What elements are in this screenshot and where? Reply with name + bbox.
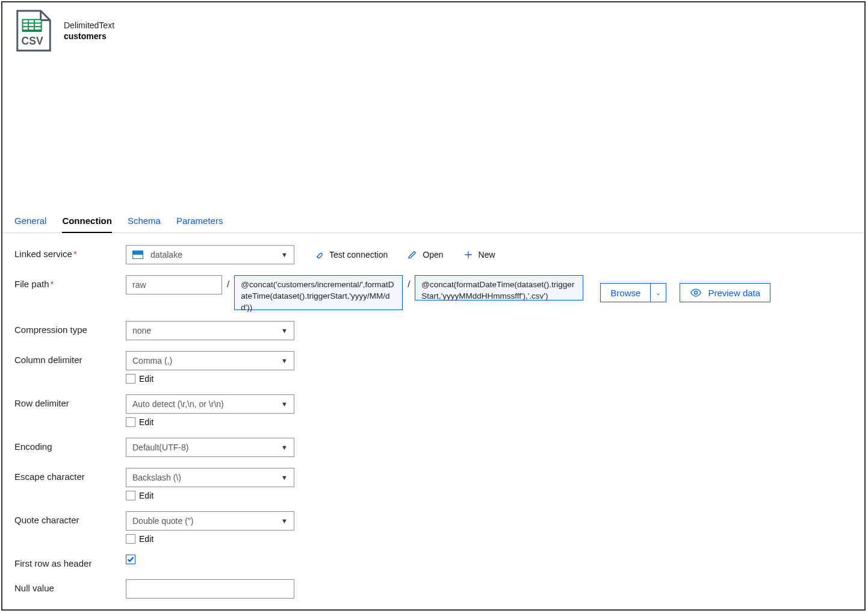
tab-general[interactable]: General	[14, 210, 46, 232]
dataset-type: DelimitedText	[64, 20, 114, 30]
edit-label: Edit	[139, 374, 153, 384]
svg-rect-8	[29, 27, 34, 30]
edit-label: Edit	[139, 491, 153, 500]
dataset-header: CSV DelimitedText customers	[2, 2, 864, 59]
pencil-icon	[407, 249, 418, 260]
escape-character-label: Escape character	[14, 468, 126, 482]
column-delimiter-select[interactable]: Comma (,) ▼	[126, 351, 294, 370]
first-row-header-checkbox[interactable]	[126, 555, 135, 564]
null-value-label: Null value	[14, 579, 126, 593]
svg-rect-4	[23, 23, 28, 26]
chevron-down-icon: ▼	[281, 357, 288, 364]
row-delimiter-select[interactable]: Auto detect (\r,\n, or \r\n) ▼	[126, 394, 294, 414]
dataset-name: customers	[64, 31, 114, 41]
file-path-directory-expression[interactable]: @concat('customers/incremental/',formatD…	[234, 275, 403, 310]
quote-character-label: Quote character	[14, 511, 126, 525]
svg-point-11	[695, 291, 698, 294]
column-delimiter-edit-checkbox[interactable]	[126, 374, 135, 384]
tab-parameters[interactable]: Parameters	[176, 210, 223, 232]
chevron-down-icon: ⌄	[656, 289, 661, 297]
browse-split-button: Browse ⌄	[600, 283, 666, 302]
plug-icon	[314, 249, 324, 260]
browse-dropdown-button[interactable]: ⌄	[650, 283, 666, 302]
tab-schema[interactable]: Schema	[128, 210, 161, 232]
row-delimiter-label: Row delimiter	[14, 394, 126, 408]
svg-rect-9	[35, 27, 41, 30]
column-delimiter-label: Column delimiter	[14, 351, 126, 365]
browse-button[interactable]: Browse	[600, 283, 650, 302]
linked-service-select[interactable]: datalake ▼	[126, 245, 294, 264]
encoding-select[interactable]: Default(UTF-8) ▼	[126, 438, 294, 457]
preview-icon	[690, 288, 702, 297]
chevron-down-icon: ▼	[281, 400, 288, 408]
tab-connection[interactable]: Connection	[62, 210, 112, 233]
svg-rect-7	[23, 27, 28, 30]
escape-character-edit-checkbox[interactable]	[126, 491, 135, 500]
csv-file-icon: CSV	[14, 10, 53, 52]
chevron-down-icon: ▼	[281, 444, 288, 451]
file-path-label: File path*	[14, 275, 126, 289]
file-path-file-expression[interactable]: @concat(formatDateTime(dataset().trigger…	[415, 275, 583, 300]
svg-rect-2	[29, 20, 34, 23]
chevron-down-icon: ▼	[281, 474, 288, 481]
encoding-label: Encoding	[14, 438, 126, 452]
svg-rect-6	[35, 23, 41, 26]
edit-label: Edit	[139, 417, 153, 427]
null-value-input[interactable]	[126, 579, 294, 599]
chevron-down-icon: ▼	[281, 517, 288, 524]
first-row-header-label: First row as header	[14, 555, 126, 568]
test-connection-button[interactable]: Test connection	[314, 249, 388, 260]
row-delimiter-edit-checkbox[interactable]	[126, 417, 135, 427]
linked-service-label: Linked service*	[14, 245, 126, 259]
svg-rect-3	[35, 20, 41, 23]
compression-type-select[interactable]: none ▼	[126, 321, 294, 340]
svg-rect-1	[23, 20, 28, 23]
new-button[interactable]: New	[463, 249, 495, 260]
open-button[interactable]: Open	[407, 249, 443, 260]
quote-character-edit-checkbox[interactable]	[126, 534, 135, 544]
svg-rect-5	[29, 23, 34, 26]
chevron-down-icon: ▼	[281, 327, 288, 334]
storage-icon	[132, 250, 143, 259]
quote-character-select[interactable]: Double quote (") ▼	[126, 511, 294, 531]
chevron-down-icon: ▼	[281, 251, 288, 258]
edit-label: Edit	[139, 534, 153, 544]
plus-icon	[463, 249, 474, 260]
compression-type-label: Compression type	[14, 321, 126, 335]
file-path-container-input[interactable]	[126, 275, 222, 294]
tabs-bar: General Connection Schema Parameters	[2, 210, 864, 233]
escape-character-select[interactable]: Backslash (\) ▼	[126, 468, 294, 487]
svg-text:CSV: CSV	[22, 35, 43, 47]
preview-data-button[interactable]: Preview data	[680, 283, 770, 302]
